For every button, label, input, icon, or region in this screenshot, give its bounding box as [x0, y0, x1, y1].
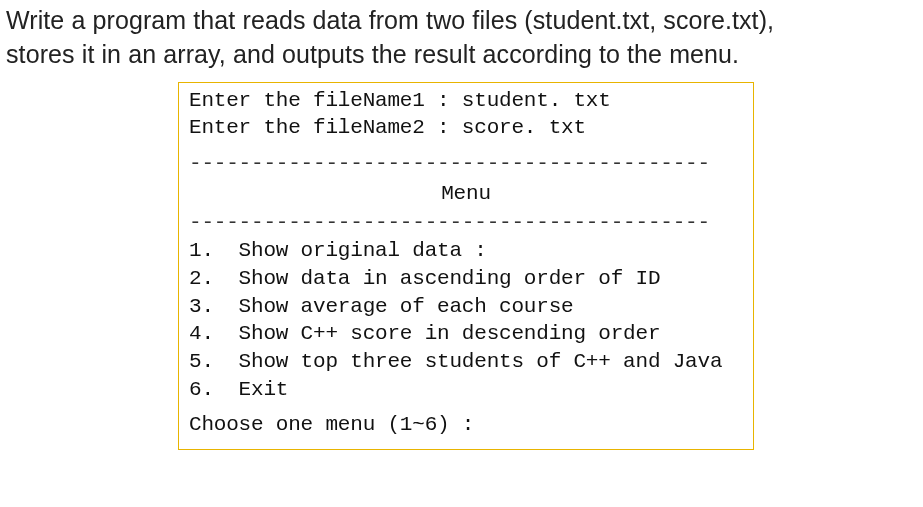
menu-rule-bottom: ----------------------------------------…	[189, 209, 743, 237]
menu-item-4: 4. Show C++ score in descending order	[189, 320, 743, 348]
menu-item-6: 6. Exit	[189, 376, 743, 404]
instruction-line-2: stores it in an array, and outputs the r…	[6, 40, 739, 68]
spacer	[189, 403, 743, 411]
problem-statement: Write a program that reads data from two…	[6, 4, 917, 72]
menu-rule-top: ----------------------------------------…	[189, 150, 743, 178]
menu-item-3: 3. Show average of each course	[189, 293, 743, 321]
menu-item-1: 1. Show original data :	[189, 237, 743, 265]
spacer	[189, 142, 743, 150]
console-output-box: Enter the fileName1 : student. txt Enter…	[178, 82, 754, 451]
console-prompt-filename1: Enter the fileName1 : student. txt	[189, 87, 743, 115]
menu-item-2: 2. Show data in ascending order of ID	[189, 265, 743, 293]
choose-prompt: Choose one menu (1~6) :	[189, 411, 743, 439]
console-prompt-filename2: Enter the fileName2 : score. txt	[189, 114, 743, 142]
page-root: Write a program that reads data from two…	[0, 0, 923, 456]
menu-title: Menu	[189, 178, 743, 210]
instruction-line-1: Write a program that reads data from two…	[6, 6, 774, 34]
menu-item-5: 5. Show top three students of C++ and Ja…	[189, 348, 743, 376]
